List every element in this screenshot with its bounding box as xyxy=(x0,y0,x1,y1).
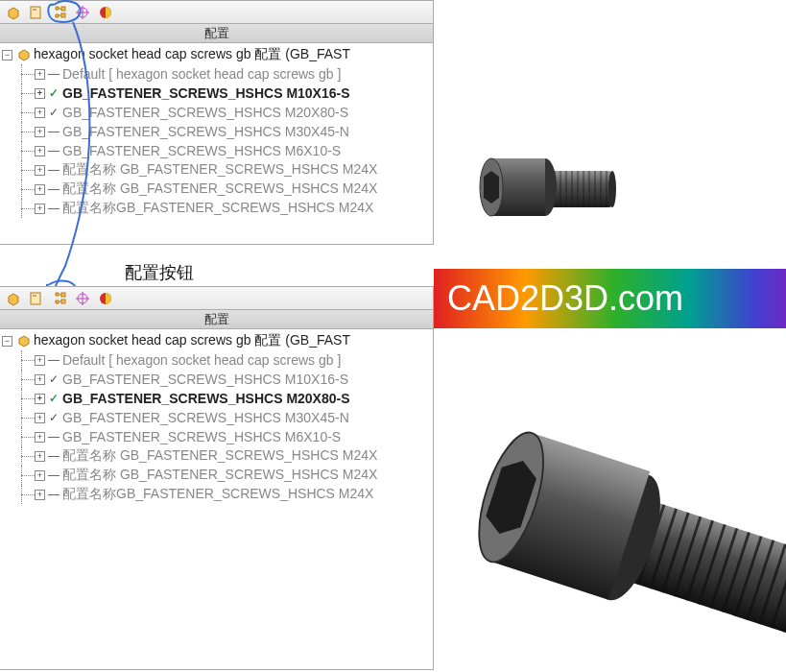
expand-toggle[interactable]: − xyxy=(2,336,12,347)
expand-toggle[interactable]: − xyxy=(2,50,12,60)
expand-toggle[interactable]: + xyxy=(35,355,45,366)
tree-root-label: hexagon socket head cap screws gb 配置 (GB… xyxy=(34,46,350,63)
status-icon: ✓ xyxy=(47,411,60,424)
tree-item[interactable]: +✓GB_FASTENER_SCREWS_HSHCS M10X16-S xyxy=(0,370,433,389)
tree-item-label: GB_FASTENER_SCREWS_HSHCS M6X10-S xyxy=(62,143,341,158)
status-icon: — xyxy=(47,182,60,196)
tree-item-label: 配置名称GB_FASTENER_SCREWS_HSHCS M24X xyxy=(62,200,373,217)
tree-item-label: GB_FASTENER_SCREWS_HSHCS M10X16-S xyxy=(62,85,350,101)
tree-item[interactable]: +—配置名称 GB_FASTENER_SCREWS_HSHCS M24X xyxy=(0,446,433,466)
config-icon xyxy=(17,334,31,348)
screw-model-small xyxy=(472,144,626,240)
expand-toggle[interactable]: + xyxy=(35,108,45,118)
status-icon: — xyxy=(47,67,60,81)
expand-toggle[interactable]: + xyxy=(35,184,45,195)
status-icon: — xyxy=(47,202,60,215)
tab-configuration-manager[interactable] xyxy=(48,288,71,309)
tab-property-manager[interactable] xyxy=(25,288,48,309)
panel-header: 配置 xyxy=(0,310,433,329)
status-icon: ✓ xyxy=(47,106,60,119)
appearance-icon xyxy=(98,5,113,20)
svg-point-24 xyxy=(608,171,616,207)
expand-toggle[interactable]: + xyxy=(35,470,45,481)
config-icon xyxy=(17,48,31,61)
tree-item[interactable]: +—GB_FASTENER_SCREWS_HSHCS M6X10-S xyxy=(0,141,433,160)
tree-item[interactable]: +—配置名称GB_FASTENER_SCREWS_HSHCS M24X xyxy=(0,485,433,504)
tree-item[interactable]: +—配置名称 GB_FASTENER_SCREWS_HSHCS M24X xyxy=(0,180,433,199)
cube-icon xyxy=(6,291,21,306)
tree-item-label: GB_FASTENER_SCREWS_HSHCS M20X80-S xyxy=(62,391,350,406)
status-icon: — xyxy=(47,353,60,367)
tab-feature-manager[interactable] xyxy=(2,2,25,23)
tab-display-manager[interactable] xyxy=(94,288,117,309)
tree-item-label: 配置名称 GB_FASTENER_SCREWS_HSHCS M24X xyxy=(62,180,377,198)
config-tree-icon xyxy=(52,5,67,20)
svg-rect-8 xyxy=(61,293,65,297)
tree-item-label: GB_FASTENER_SCREWS_HSHCS M30X45-N xyxy=(62,410,349,425)
tab-configuration-manager[interactable] xyxy=(48,2,71,23)
status-icon: ✓ xyxy=(47,392,60,405)
tree-item[interactable]: +✓GB_FASTENER_SCREWS_HSHCS M20X80-S xyxy=(0,389,433,408)
status-icon: ✓ xyxy=(47,372,60,386)
tree-item[interactable]: +—GB_FASTENER_SCREWS_HSHCS M30X45-N xyxy=(0,122,433,141)
tree-item-label: GB_FASTENER_SCREWS_HSHCS M20X80-S xyxy=(62,105,348,120)
tree-item[interactable]: +—Default [ hexagon socket head cap scre… xyxy=(0,350,433,370)
tab-dimxpert[interactable] xyxy=(71,2,94,23)
expand-toggle[interactable]: + xyxy=(35,69,45,80)
panel-header: 配置 xyxy=(0,24,433,43)
status-icon: — xyxy=(47,468,60,482)
appearance-icon xyxy=(98,291,113,306)
status-icon: — xyxy=(47,144,60,157)
tab-display-manager[interactable] xyxy=(94,2,117,23)
tree-item[interactable]: +—配置名称 GB_FASTENER_SCREWS_HSHCS M24X xyxy=(0,160,433,180)
expand-toggle[interactable]: + xyxy=(35,88,45,99)
tree-item[interactable]: +—GB_FASTENER_SCREWS_HSHCS M6X10-S xyxy=(0,427,433,446)
tree-item[interactable]: +—配置名称 GB_FASTENER_SCREWS_HSHCS M24X xyxy=(0,466,433,485)
crosshair-icon xyxy=(75,5,90,20)
panel-toolbar xyxy=(0,287,433,310)
tree-root[interactable]: −hexagon socket head cap screws gb 配置 (G… xyxy=(0,331,433,350)
expand-toggle[interactable]: + xyxy=(35,127,45,137)
svg-rect-0 xyxy=(31,7,40,18)
svg-marker-28 xyxy=(484,171,499,204)
tree-item[interactable]: +✓GB_FASTENER_SCREWS_HSHCS M30X45-N xyxy=(0,408,433,427)
expand-toggle[interactable]: + xyxy=(35,451,45,462)
expand-toggle[interactable]: + xyxy=(35,413,45,423)
tree-root[interactable]: −hexagon socket head cap screws gb 配置 (G… xyxy=(0,45,433,64)
status-icon: — xyxy=(47,125,60,138)
graphics-viewport[interactable]: CAD2D3D.com xyxy=(434,0,786,672)
tree-item-label: GB_FASTENER_SCREWS_HSHCS M10X16-S xyxy=(62,372,348,387)
tree-item[interactable]: +—配置名称GB_FASTENER_SCREWS_HSHCS M24X xyxy=(0,199,433,218)
tree-item-label: Default [ hexagon socket head cap screws… xyxy=(62,66,341,82)
expand-toggle[interactable]: + xyxy=(35,432,45,443)
svg-rect-2 xyxy=(61,7,65,11)
tab-dimxpert[interactable] xyxy=(71,288,94,309)
tab-feature-manager[interactable] xyxy=(2,288,25,309)
svg-rect-3 xyxy=(61,13,65,17)
tree-item-label: GB_FASTENER_SCREWS_HSHCS M6X10-S xyxy=(62,429,341,444)
screw-model-large xyxy=(472,403,786,672)
config-panel-top: 配置 −hexagon socket head cap screws gb 配置… xyxy=(0,0,434,245)
config-tree: −hexagon socket head cap screws gb 配置 (G… xyxy=(0,329,433,669)
expand-toggle[interactable]: + xyxy=(35,394,45,404)
tree-item[interactable]: +✓GB_FASTENER_SCREWS_HSHCS M20X80-S xyxy=(0,103,433,122)
svg-rect-7 xyxy=(33,295,36,297)
config-tree-icon xyxy=(52,291,67,306)
tree-item-label: GB_FASTENER_SCREWS_HSHCS M30X45-N xyxy=(62,124,349,139)
expand-toggle[interactable]: + xyxy=(35,165,45,176)
panel-toolbar xyxy=(0,1,433,24)
annotation-label: 配置按钮 xyxy=(125,261,194,284)
expand-toggle[interactable]: + xyxy=(35,204,45,214)
expand-toggle[interactable]: + xyxy=(35,490,45,500)
status-icon: — xyxy=(47,488,60,501)
config-tree: −hexagon socket head cap screws gb 配置 (G… xyxy=(0,43,433,244)
expand-toggle[interactable]: + xyxy=(35,146,45,156)
status-icon: — xyxy=(47,163,60,177)
tree-item[interactable]: +—Default [ hexagon socket head cap scre… xyxy=(0,64,433,84)
watermark-logo: CAD2D3D.com xyxy=(434,269,786,328)
svg-rect-6 xyxy=(31,293,40,304)
tree-item[interactable]: +✓GB_FASTENER_SCREWS_HSHCS M10X16-S xyxy=(0,84,433,103)
tree-item-label: 配置名称 GB_FASTENER_SCREWS_HSHCS M24X xyxy=(62,447,377,465)
expand-toggle[interactable]: + xyxy=(35,374,45,385)
tab-property-manager[interactable] xyxy=(25,2,48,23)
